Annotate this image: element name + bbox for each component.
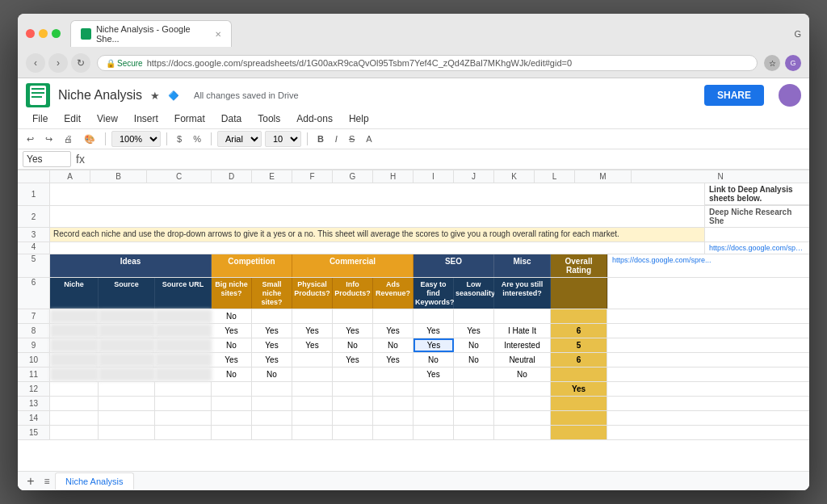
doc-saved-status: All changes saved in Drive bbox=[194, 90, 299, 100]
r7-rating bbox=[551, 309, 607, 323]
share-button[interactable]: SHARE bbox=[704, 85, 764, 106]
forward-button[interactable]: › bbox=[48, 53, 68, 73]
font-selector[interactable]: Arial bbox=[217, 131, 262, 147]
r10-url bbox=[155, 353, 212, 367]
r10-right bbox=[607, 353, 809, 367]
strikethrough-button[interactable]: S bbox=[345, 132, 359, 145]
r9-season: No bbox=[454, 338, 494, 352]
row-4-num: 4 bbox=[18, 242, 50, 254]
star-icon[interactable]: ★ bbox=[150, 90, 160, 102]
data-row-13: 13 bbox=[18, 397, 809, 411]
divider-1 bbox=[105, 132, 106, 145]
menu-insert[interactable]: Insert bbox=[128, 111, 165, 127]
r8-physical: Yes bbox=[292, 324, 333, 338]
r11-rating bbox=[551, 368, 607, 381]
bold-button[interactable]: B bbox=[313, 132, 328, 145]
r10-keywords: No bbox=[414, 353, 454, 367]
sheets-header: Niche Analysis ★ 🔷 All changes saved in … bbox=[18, 78, 809, 170]
sh-seasonality: Low seasonality? bbox=[454, 278, 494, 309]
r8-rating: 6 bbox=[551, 324, 607, 338]
reload-button[interactable]: ↻ bbox=[71, 53, 90, 73]
percent-button[interactable]: % bbox=[189, 132, 205, 145]
col-b: B bbox=[90, 170, 147, 183]
tab-close-icon[interactable]: ✕ bbox=[215, 30, 221, 39]
fill-color-button[interactable]: A bbox=[362, 132, 376, 145]
data-row-10: 10 Yes Yes Yes Yes No No Neutral 6 bbox=[18, 353, 809, 368]
col-g: G bbox=[333, 170, 373, 183]
r8-right bbox=[607, 324, 809, 338]
r7-ads bbox=[373, 309, 414, 323]
formula-bar: fx Yes bbox=[18, 149, 809, 170]
r11-source bbox=[99, 368, 155, 381]
col-k: K bbox=[494, 170, 535, 183]
paint-format-button[interactable]: 🎨 bbox=[80, 132, 99, 146]
r7-physical bbox=[292, 309, 333, 323]
col-d: D bbox=[212, 170, 252, 183]
r11-big: No bbox=[212, 368, 252, 381]
r10-big: Yes bbox=[212, 353, 252, 367]
menu-addons[interactable]: Add-ons bbox=[290, 111, 339, 127]
r8-big: Yes bbox=[212, 324, 252, 338]
sh-niche: Niche bbox=[50, 278, 99, 309]
info-text-cell: Record each niche and use the drop-down … bbox=[50, 228, 704, 242]
browser-chrome: Niche Analysis - Google She... ✕ G ‹ › ↻… bbox=[18, 14, 809, 78]
title-bar: Niche Analysis - Google She... ✕ G bbox=[18, 14, 809, 50]
close-button[interactable] bbox=[26, 29, 35, 38]
row-11-num: 11 bbox=[18, 368, 50, 381]
row-3: 3 Record each niche and use the drop-dow… bbox=[18, 228, 809, 242]
undo-button[interactable]: ↩ bbox=[23, 132, 38, 146]
data-row-7: 7 No bbox=[18, 309, 809, 324]
italic-button[interactable]: I bbox=[331, 132, 342, 145]
currency-button[interactable]: $ bbox=[173, 132, 186, 145]
col-m: M bbox=[575, 170, 632, 183]
bookmark-icon[interactable]: ☆ bbox=[764, 55, 780, 71]
font-size-selector[interactable]: 10 bbox=[265, 131, 301, 147]
link-3[interactable]: https://docs.google.com/spre... bbox=[607, 254, 809, 277]
redo-button[interactable]: ↪ bbox=[41, 132, 57, 146]
back-button[interactable]: ‹ bbox=[26, 53, 45, 73]
profile-icon[interactable]: G bbox=[785, 55, 801, 71]
col-f: F bbox=[292, 170, 333, 183]
data-row-11: 11 No No Yes No bbox=[18, 368, 809, 382]
minimize-button[interactable] bbox=[39, 29, 48, 38]
nav-buttons: ‹ › ↻ bbox=[26, 53, 90, 73]
print-button[interactable]: 🖨 bbox=[60, 132, 77, 145]
r9-niche bbox=[50, 338, 99, 352]
all-sheets-button[interactable]: ≡ bbox=[39, 473, 55, 489]
link-2[interactable]: https://docs.google.com/spre... bbox=[704, 242, 809, 254]
zoom-selector[interactable]: 100% bbox=[111, 131, 161, 147]
sheet-tab-niche-analysis[interactable]: Niche Analysis bbox=[55, 472, 134, 489]
row-1-num: 1 bbox=[18, 183, 50, 205]
menu-file[interactable]: File bbox=[26, 111, 54, 127]
menu-data[interactable]: Data bbox=[215, 111, 248, 127]
r9-ads: No bbox=[373, 338, 414, 352]
user-avatar bbox=[779, 84, 801, 107]
menu-format[interactable]: Format bbox=[168, 111, 212, 127]
r9-physical: Yes bbox=[292, 338, 333, 352]
row-2-content bbox=[50, 206, 704, 227]
r10-physical bbox=[292, 353, 333, 367]
seo-group-header: SEO bbox=[414, 254, 494, 277]
menu-tools[interactable]: Tools bbox=[251, 111, 287, 127]
row-3-num: 3 bbox=[18, 228, 50, 242]
r9-right bbox=[607, 338, 809, 352]
divider-4 bbox=[307, 132, 308, 145]
cell-reference-input[interactable] bbox=[23, 151, 71, 167]
r7-info bbox=[333, 309, 373, 323]
menu-edit[interactable]: Edit bbox=[57, 111, 87, 127]
r10-small: Yes bbox=[252, 353, 292, 367]
maximize-button[interactable] bbox=[52, 29, 61, 38]
browser-tab[interactable]: Niche Analysis - Google She... ✕ bbox=[70, 20, 232, 47]
tab-bar: Niche Analysis - Google She... ✕ bbox=[70, 20, 789, 47]
menu-help[interactable]: Help bbox=[342, 111, 376, 127]
r7-url bbox=[155, 309, 212, 323]
address-bar[interactable]: 🔒 Secure https://docs.google.com/spreads… bbox=[97, 55, 758, 71]
sh-ads: Ads Revenue? bbox=[373, 278, 414, 309]
add-sheet-button[interactable]: + bbox=[23, 473, 39, 489]
menu-view[interactable]: View bbox=[90, 111, 124, 127]
link-1[interactable] bbox=[704, 228, 809, 242]
misc-group-header: Misc bbox=[494, 254, 551, 277]
sh-big-niche: Big niche sites? bbox=[212, 278, 252, 309]
formula-input[interactable]: Yes bbox=[90, 153, 804, 165]
r7-interest bbox=[494, 309, 551, 323]
